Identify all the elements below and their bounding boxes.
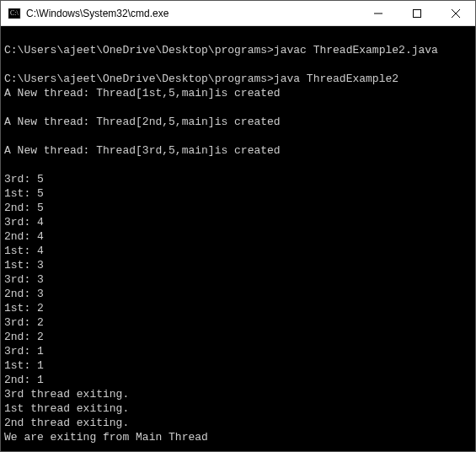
maximize-button[interactable] (398, 1, 436, 25)
minimize-button[interactable] (359, 1, 398, 25)
titlebar[interactable]: C:\ C:\Windows\System32\cmd.exe (1, 1, 475, 26)
svg-text:C:\: C:\ (10, 9, 19, 17)
svg-rect-3 (414, 9, 421, 17)
cmd-window: C:\ C:\Windows\System32\cmd.exe C:\Users… (0, 0, 476, 452)
window-title: C:\Windows\System32\cmd.exe (26, 8, 359, 19)
terminal-text: C:\Users\ajeet\OneDrive\Desktop\programs… (4, 44, 438, 451)
cmd-icon: C:\ (8, 7, 21, 20)
window-controls (359, 1, 475, 25)
terminal-output[interactable]: C:\Users\ajeet\OneDrive\Desktop\programs… (1, 26, 475, 451)
close-button[interactable] (436, 1, 475, 25)
